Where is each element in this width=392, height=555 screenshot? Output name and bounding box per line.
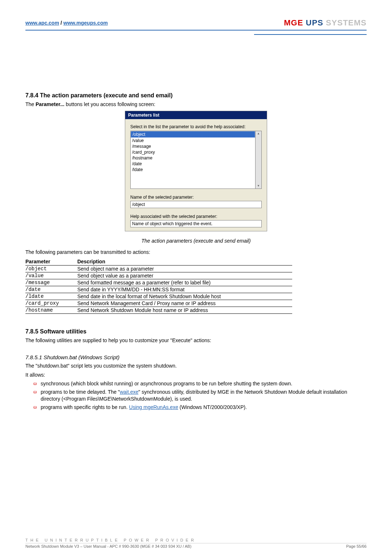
cell-parameter: /object bbox=[25, 265, 77, 272]
parameters-table: Parameter Description /objectSend object… bbox=[25, 258, 292, 314]
cell-parameter: /hostname bbox=[25, 307, 77, 313]
dialog-prompt: Select in the list the parameter to avoi… bbox=[130, 124, 262, 129]
cell-description: Send date in YYYY/MM/DD - HH:MN:SS forma… bbox=[77, 286, 292, 293]
cell-parameter: /date bbox=[25, 286, 77, 293]
cell-description: Send formatted message as a parameter (r… bbox=[77, 279, 292, 286]
cell-parameter: /message bbox=[25, 279, 77, 286]
list-item[interactable]: /card_proxy bbox=[131, 149, 255, 155]
list-item[interactable]: /value bbox=[131, 138, 255, 143]
brand-logo: MGE UPS SYSTEMS bbox=[284, 18, 367, 28]
parameter-listbox[interactable]: /object /value /message /card_proxy /hos… bbox=[130, 131, 262, 189]
label-selected-parameter: Name of the selected parameter: bbox=[130, 195, 262, 200]
logo-systems: SYSTEMS bbox=[326, 18, 367, 27]
link-mgeups[interactable]: www.mgeups.com bbox=[64, 20, 108, 26]
footer-page: Page 55/66 bbox=[346, 544, 367, 548]
label-help: Help associated with the selected parame… bbox=[130, 214, 262, 219]
cell-description: Send object value as a parameter bbox=[77, 272, 292, 279]
cell-description: Send Network Shutdown Module host name o… bbox=[77, 307, 292, 313]
table-row: /hostnameSend Network Shutdown Module ho… bbox=[25, 307, 292, 313]
section-7-8-5-1-heading: 7.8.5.1 Shutdown.bat (Windows Script) bbox=[25, 354, 367, 360]
footer-tagline: THE UNINTERRUPTIBLE POWER PROVIDER bbox=[25, 538, 367, 542]
cell-parameter: /card_proxy bbox=[25, 300, 77, 307]
header-separator: / bbox=[59, 20, 64, 26]
list-item[interactable]: /object bbox=[131, 131, 255, 138]
link-wait-exe[interactable]: wait.exe bbox=[120, 389, 138, 395]
page-header: www.apc.com / www.mgeups.com MGE UPS SYS… bbox=[25, 18, 367, 28]
shutdown-bat-p2: It allows: bbox=[25, 372, 367, 378]
table-row: /dateSend date in YYYY/MM/DD - HH:MN:SS … bbox=[25, 286, 292, 293]
section-7-8-5-heading: 7.8.5 Software utilities bbox=[25, 328, 367, 335]
bullet-2: programs to be time delayed. The "wait.e… bbox=[33, 389, 367, 402]
link-mgerunas[interactable]: Using mgeRunAs.exe bbox=[129, 404, 178, 410]
dialog-titlebar: Parameters list bbox=[125, 111, 267, 119]
section-7-8-4-heading: 7.8.4 The action parameters (execute and… bbox=[25, 92, 367, 99]
cell-parameter: /ldate bbox=[25, 293, 77, 300]
th-description: Description bbox=[77, 258, 292, 266]
bullet-3: programs with specific rights to be run.… bbox=[33, 404, 367, 411]
scrollbar[interactable]: ▲ ▼ bbox=[255, 131, 262, 189]
table-row: /messageSend formatted message as a para… bbox=[25, 279, 292, 286]
footer-meta: Network Shutdown Module V3 – User Manual… bbox=[25, 544, 191, 548]
cell-description: Send date in the local format of Network… bbox=[77, 293, 292, 300]
shutdown-bat-p1: The "shutdown.bat" script lets you custo… bbox=[25, 362, 367, 369]
list-item[interactable]: /message bbox=[131, 143, 255, 149]
logo-mge: MGE bbox=[284, 18, 303, 27]
cell-parameter: /value bbox=[25, 272, 77, 279]
section-7-8-4-intro: The Parameter... buttons let you access … bbox=[25, 101, 367, 108]
header-links: www.apc.com / www.mgeups.com bbox=[25, 20, 108, 26]
scroll-down-icon[interactable]: ▼ bbox=[256, 183, 261, 189]
selected-parameter-field[interactable]: /object bbox=[130, 201, 262, 208]
table-row: /card_proxySend Network Management Card … bbox=[25, 300, 292, 307]
cell-description: Send Network Management Card / Proxy nam… bbox=[77, 300, 292, 307]
table-row: /objectSend object name as a parameter bbox=[25, 265, 292, 272]
logo-ups: UPS bbox=[303, 18, 326, 27]
table-row: /valueSend object value as a parameter bbox=[25, 272, 292, 279]
scroll-up-icon[interactable]: ▲ bbox=[256, 131, 261, 136]
table-intro: The following parameters can be transmit… bbox=[25, 249, 367, 256]
bullet-1: synchronous (which block whilst running)… bbox=[33, 380, 367, 387]
cell-description: Send object name as a parameter bbox=[77, 265, 292, 272]
header-rule bbox=[25, 30, 367, 31]
page-footer: THE UNINTERRUPTIBLE POWER PROVIDER Netwo… bbox=[25, 538, 367, 548]
th-parameter: Parameter bbox=[25, 258, 77, 266]
list-item[interactable]: /hostname bbox=[131, 155, 255, 161]
list-item[interactable]: /ldate bbox=[131, 167, 255, 173]
figure-caption: The action parameters (execute and send … bbox=[25, 238, 367, 244]
list-item[interactable]: /date bbox=[131, 161, 255, 167]
section-7-8-5-intro: The following utilities are supplied to … bbox=[25, 337, 367, 344]
parameters-dialog: Parameters list Select in the list the p… bbox=[125, 111, 267, 231]
link-apc[interactable]: www.apc.com bbox=[25, 20, 59, 26]
help-field: Name of object which triggered the event… bbox=[130, 220, 262, 227]
table-row: /ldateSend date in the local format of N… bbox=[25, 293, 292, 300]
